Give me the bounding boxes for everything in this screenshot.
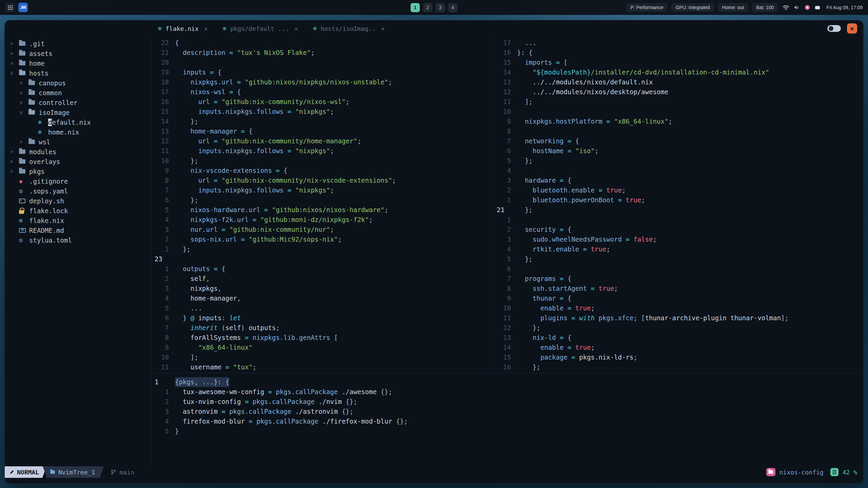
tree-item-readme-md[interactable]: MREADME.md bbox=[5, 225, 151, 235]
code-line[interactable]: 14 }; bbox=[151, 117, 493, 126]
tab-pkgs-default[interactable]: ❄pkgs/default ...× bbox=[216, 20, 305, 37]
code-line[interactable]: 12 ../../modules/nixos/desktop/awesome bbox=[493, 87, 863, 97]
code-line[interactable]: 4 nixpkgs-f2k.url = "github:moni-dz/nixp… bbox=[151, 215, 493, 225]
record-icon[interactable] bbox=[805, 5, 810, 10]
code-line[interactable]: 9 "x86_64-linux" bbox=[151, 343, 493, 352]
code-line[interactable]: 19 inputs = { bbox=[151, 67, 493, 77]
code-line[interactable]: 8 forAllSystems = nixpkgs.lib.genAttrs [ bbox=[151, 333, 493, 343]
code-line[interactable]: 1 bluetooth.powerOnBoot = true; bbox=[493, 195, 863, 205]
toggle-switch[interactable] bbox=[827, 25, 841, 32]
tree-item-stylua-toml[interactable]: ⚙stylua.toml bbox=[5, 235, 151, 245]
code-line[interactable]: 6 } @ inputs: let bbox=[151, 313, 493, 323]
code-line[interactable]: 18 nixpkgs.url = "github:nixos/nixpkgs/n… bbox=[151, 77, 493, 87]
code-line[interactable]: 16}: { bbox=[493, 48, 863, 58]
workspace-button-2[interactable]: 2 bbox=[423, 3, 432, 12]
code-line[interactable]: 10 }; bbox=[151, 156, 493, 166]
code-line[interactable]: 14 enable = true; bbox=[493, 343, 863, 352]
awesome-logo-icon[interactable]: JW bbox=[18, 3, 28, 12]
code-line[interactable]: 17 ... bbox=[493, 38, 863, 48]
code-line[interactable]: 1 }; bbox=[151, 244, 493, 254]
code-line[interactable]: 9 nixpkgs.hostPlatform = "x86_64-linux"; bbox=[493, 117, 863, 126]
code-line[interactable]: 4 firefox-mod-blur = pkgs.callPackage ./… bbox=[151, 416, 863, 426]
editor-pane-iso-default-nix[interactable]: 17 ...16}: {15 imports = [14 "${modulesP… bbox=[493, 37, 863, 373]
tree-item-canopus[interactable]: >canopus bbox=[5, 78, 151, 88]
code-line[interactable]: 5 ... bbox=[151, 303, 493, 313]
code-line[interactable]: 14 "${modulesPath}/installer/cd-dvd/inst… bbox=[493, 67, 863, 77]
tree-item-assets[interactable]: >assets bbox=[5, 48, 151, 58]
code-line[interactable]: 20 bbox=[151, 58, 493, 67]
tree-item-overlays[interactable]: >overlays bbox=[5, 157, 151, 166]
tree-item-wsl[interactable]: >wsl bbox=[5, 137, 151, 147]
code-line[interactable]: 7 programs = { bbox=[493, 274, 863, 284]
code-line[interactable]: 13 ../../modules/nixos/default.nix bbox=[493, 77, 863, 87]
code-line[interactable]: 12 }; bbox=[493, 323, 863, 333]
code-line[interactable]: 11 username = "tux"; bbox=[151, 362, 493, 372]
code-line[interactable]: 2 tux-nvim-config = pkgs.callPackage ./n… bbox=[151, 397, 863, 407]
volume-icon[interactable] bbox=[794, 5, 800, 10]
tray-toggle-icon[interactable] bbox=[815, 5, 820, 10]
code-line[interactable]: 12 url = "github:nix-community/home-mana… bbox=[151, 136, 493, 146]
code-line[interactable]: 13 nix-ld = { bbox=[493, 333, 863, 343]
code-line[interactable]: 8 bbox=[493, 126, 863, 136]
code-line[interactable]: 9 thunar = { bbox=[493, 293, 863, 303]
code-line[interactable]: 10 bbox=[493, 107, 863, 117]
code-line[interactable]: 16 }; bbox=[493, 362, 863, 372]
tree-item-hosts[interactable]: vhosts bbox=[5, 68, 151, 78]
editor-pane-flake-nix[interactable]: 22{21 description = "tux's NixOS Flake";… bbox=[151, 37, 493, 373]
code-line[interactable]: 11 ]; bbox=[493, 97, 863, 107]
code-line[interactable]: 2 self, bbox=[151, 274, 493, 284]
code-line[interactable]: 3 sudo.wheelNeedsPassword = false; bbox=[493, 235, 863, 244]
tab-close-icon[interactable]: × bbox=[294, 25, 298, 32]
code-line[interactable]: 8 ssh.startAgent = true; bbox=[493, 284, 863, 293]
code-line[interactable]: 16 url = "github:nix-community/nixos-wsl… bbox=[151, 97, 493, 107]
code-line[interactable]: 15 inputs.nixpkgs.follows = "nixpkgs"; bbox=[151, 107, 493, 117]
code-line[interactable]: 4 home-manager, bbox=[151, 293, 493, 303]
tree-item-home[interactable]: >home bbox=[5, 58, 151, 68]
code-line[interactable]: 13 home-manager = { bbox=[151, 126, 493, 136]
code-line[interactable]: 7 inherit (self) outputs; bbox=[151, 323, 493, 333]
workspace-button-4[interactable]: 4 bbox=[448, 3, 457, 12]
wifi-icon[interactable] bbox=[783, 5, 789, 10]
code-line[interactable]: 7 inputs.nixpkgs.follows = "nixpkgs"; bbox=[151, 185, 493, 195]
code-line[interactable]: 1{pkgs, ...}: { bbox=[151, 377, 863, 387]
tree-item-default-nix[interactable]: ❄default.nix bbox=[5, 117, 151, 127]
tree-item-gitignore[interactable]: ◆.gitignore bbox=[5, 176, 151, 186]
tree-item-pkgs[interactable]: >pkgs bbox=[5, 166, 151, 176]
workspace-button-3[interactable]: 3 bbox=[436, 3, 445, 12]
code-line[interactable]: 4 bbox=[493, 166, 863, 176]
code-line[interactable]: 5} bbox=[151, 426, 863, 436]
tree-item-common[interactable]: >common bbox=[5, 88, 151, 98]
app-launcher-button[interactable] bbox=[5, 3, 15, 12]
code-line[interactable]: 8 url = "github:nix-community/nix-vscode… bbox=[151, 176, 493, 185]
code-line[interactable]: 2 bluetooth.enable = true; bbox=[493, 185, 863, 195]
code-line[interactable]: 5 }; bbox=[493, 254, 863, 264]
code-line[interactable]: 4 rtkit.enable = true; bbox=[493, 244, 863, 254]
code-line[interactable]: 6 }; bbox=[151, 195, 493, 205]
code-line[interactable]: 21 }; bbox=[493, 205, 863, 215]
code-line[interactable]: 11 plugins = with pkgs.xfce; [thunar-arc… bbox=[493, 313, 863, 323]
code-line[interactable]: 3 nixpkgs, bbox=[151, 284, 493, 293]
code-line[interactable]: 1 bbox=[493, 215, 863, 225]
code-line[interactable]: 10 enable = true; bbox=[493, 303, 863, 313]
tree-item-sops-yaml[interactable]: ⚙.sops.yaml bbox=[5, 186, 151, 196]
code-line[interactable]: 1 outputs = { bbox=[151, 264, 493, 274]
code-line[interactable]: 7 networking = { bbox=[493, 136, 863, 146]
code-line[interactable]: 23 bbox=[151, 254, 493, 264]
tree-item-deploy-sh[interactable]: deploy.sh bbox=[5, 196, 151, 206]
code-line[interactable]: 5 nixos-hardware.url = "github:nixos/nix… bbox=[151, 205, 493, 215]
tab-close-icon[interactable]: × bbox=[381, 25, 385, 32]
code-line[interactable]: 21 description = "tux's NixOS Flake"; bbox=[151, 48, 493, 58]
code-line[interactable]: 6 bbox=[493, 264, 863, 274]
tab-hosts-isoimag[interactable]: ❄hosts/isoImag..× bbox=[306, 20, 392, 37]
nvimtree-panel[interactable]: >.git>assets>homevhosts>canopus>common>c… bbox=[5, 37, 151, 466]
code-line[interactable]: 6 hostName = "iso"; bbox=[493, 146, 863, 156]
code-line[interactable]: 15 imports = [ bbox=[493, 58, 863, 67]
code-line[interactable]: 3 astronvim = pkgs.callPackage ./astronv… bbox=[151, 407, 863, 416]
tree-item-flake-nix[interactable]: ❄flake.nix bbox=[5, 216, 151, 225]
code-line[interactable]: 11 inputs.nixpkgs.follows = "nixpkgs"; bbox=[151, 146, 493, 156]
code-line[interactable]: 9 nix-vscode-extensions = { bbox=[151, 166, 493, 176]
code-line[interactable]: 15 package = pkgs.nix-ld-rs; bbox=[493, 352, 863, 362]
tab-flake-nix[interactable]: ❄flake.nix× bbox=[151, 20, 215, 37]
tree-item-git[interactable]: >.git bbox=[5, 39, 151, 48]
editor-pane-pkgs-default-nix[interactable]: 1{pkgs, ...}: {1 tux-awesome-wm-config =… bbox=[151, 373, 863, 466]
